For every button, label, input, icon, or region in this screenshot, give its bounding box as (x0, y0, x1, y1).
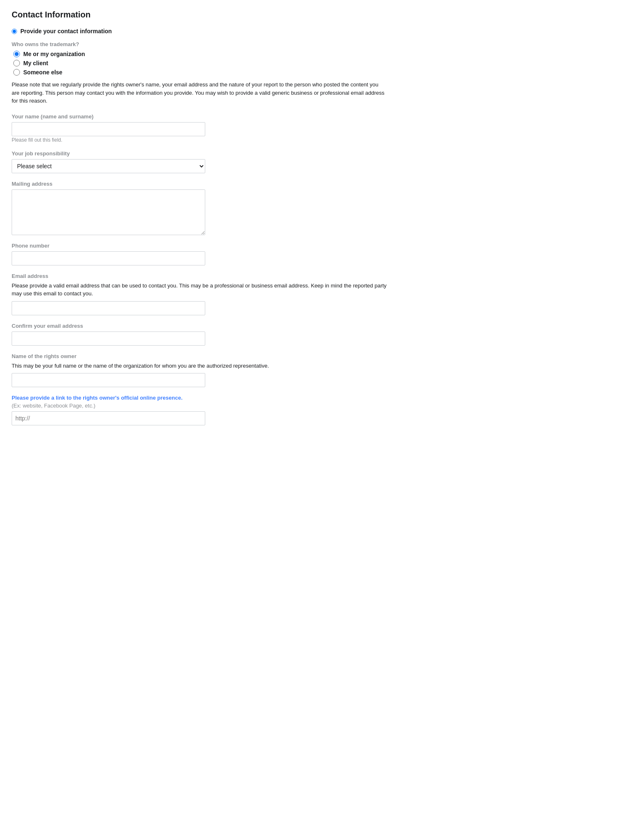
rights-owner-name-input[interactable] (12, 373, 205, 387)
trademark-option-me-org: Me or my organization (13, 51, 387, 57)
who-owns-label: Who owns the trademark? (12, 41, 387, 47)
provide-contact-label: Provide your contact information (20, 28, 112, 34)
trademark-options: Me or my organization My client Someone … (13, 51, 387, 76)
your-name-input[interactable] (12, 122, 205, 136)
rights-owner-name-label: Name of the rights owner (12, 353, 387, 359)
job-responsibility-select[interactable]: Please select Employee Owner Legal repre… (12, 159, 205, 173)
rights-owner-name-field-group: Name of the rights owner This may be you… (12, 353, 387, 388)
mailing-address-label: Mailing address (12, 181, 387, 187)
email-address-info: Please provide a valid email address tha… (12, 282, 387, 298)
phone-number-label: Phone number (12, 243, 387, 249)
confirm-email-input[interactable] (12, 332, 205, 346)
phone-number-input[interactable] (12, 251, 205, 265)
email-address-input[interactable] (12, 301, 205, 315)
your-name-label: Your name (name and surname) (12, 113, 387, 120)
online-presence-label: Please provide a link to the rights owne… (12, 395, 387, 401)
trademark-option-someone-else: Someone else (13, 69, 387, 76)
job-responsibility-field-group: Your job responsibility Please select Em… (12, 150, 387, 173)
me-org-label: Me or my organization (23, 51, 85, 57)
someone-else-label: Someone else (23, 69, 62, 76)
page-title: Contact Information (12, 10, 387, 20)
your-name-validation: Please fill out this field. (12, 137, 387, 143)
email-address-field-group: Email address Please provide a valid ema… (12, 273, 387, 315)
my-client-label: My client (23, 60, 48, 66)
your-name-field-group: Your name (name and surname) Please fill… (12, 113, 387, 143)
online-presence-ex: (Ex: website, Facebook Page, etc.) (12, 403, 387, 409)
provide-contact-radio[interactable] (12, 29, 17, 34)
me-org-radio[interactable] (13, 51, 20, 57)
email-address-label: Email address (12, 273, 387, 279)
someone-else-radio[interactable] (13, 69, 20, 76)
my-client-radio[interactable] (13, 60, 20, 66)
confirm-email-label: Confirm your email address (12, 323, 387, 329)
rights-owner-name-info: This may be your full name or the name o… (12, 362, 387, 370)
phone-number-field-group: Phone number (12, 243, 387, 265)
online-presence-field-group: Please provide a link to the rights owne… (12, 395, 387, 425)
mailing-address-input[interactable] (12, 189, 205, 235)
mailing-address-field-group: Mailing address (12, 181, 387, 235)
online-presence-input[interactable] (12, 411, 205, 425)
confirm-email-field-group: Confirm your email address (12, 323, 387, 346)
trademark-option-my-client: My client (13, 60, 387, 66)
info-paragraph: Please note that we regularly provide th… (12, 81, 387, 105)
job-responsibility-label: Your job responsibility (12, 150, 387, 157)
provide-contact-section: Provide your contact information (12, 28, 387, 34)
